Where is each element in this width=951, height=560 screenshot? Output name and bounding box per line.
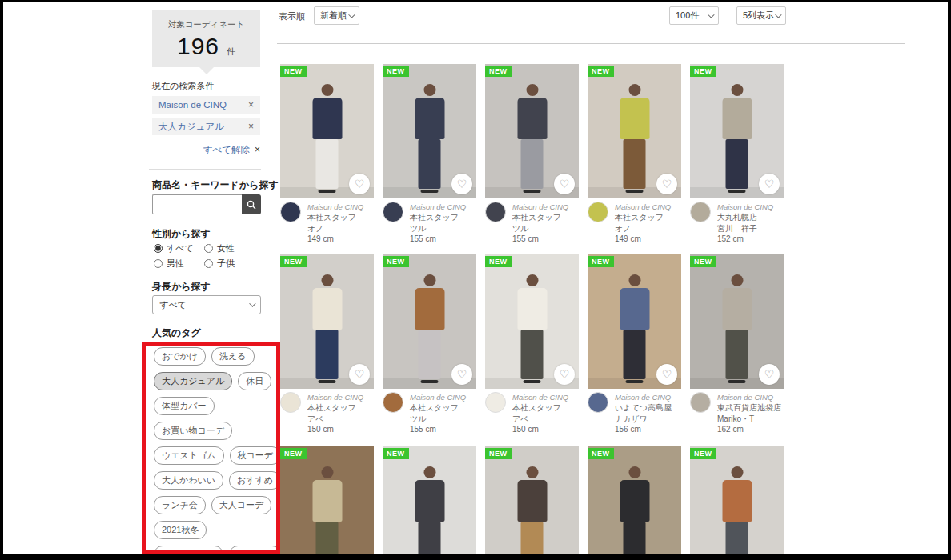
- tag-pill[interactable]: おでかけ: [154, 347, 206, 366]
- remove-filter-icon[interactable]: ×: [248, 99, 254, 110]
- result-box-pointer: [199, 67, 214, 74]
- tag-pill[interactable]: 休日: [238, 372, 271, 390]
- gender-option-男性[interactable]: 男性: [154, 258, 204, 270]
- coordinate-card[interactable]: NEW♡Maison de CINQ大丸札幌店宮川 祥子152 cm: [690, 64, 784, 245]
- model-figure: [312, 466, 342, 560]
- coordinate-card[interactable]: NEW♡Maison de CINQ東武百貨店池袋店Mariko・T162 cm: [690, 254, 784, 435]
- model-figure: [415, 466, 444, 560]
- active-filter-list: Maison de CINQ×大人カジュアル×: [152, 96, 260, 139]
- items-per-page-value: 100件: [676, 10, 699, 22]
- store-name: 本社スタッフ: [512, 212, 568, 223]
- coordinate-photo[interactable]: NEW♡: [383, 446, 476, 560]
- coordinate-photo[interactable]: NEW♡: [280, 254, 374, 389]
- card-caption: Maison de CINQ本社スタッフオノ149 cm: [588, 202, 681, 245]
- coordinate-card[interactable]: NEW♡Maison de CINQ本社スタッフツル155 cm: [383, 64, 476, 245]
- favorite-heart-button[interactable]: ♡: [349, 174, 370, 194]
- coordinate-card[interactable]: NEW♡Maison de CINQ本社スタッフツル155 cm: [485, 64, 579, 245]
- height-select[interactable]: すべて: [152, 295, 261, 314]
- card-caption: Maison de CINQ本社スタッフツル155 cm: [383, 392, 476, 435]
- new-badge: NEW: [280, 256, 307, 267]
- coordinate-photo[interactable]: NEW♡: [280, 446, 374, 560]
- coordinate-card[interactable]: NEW♡Maison de CINQいよてつ高島屋ナカザワ156 cm: [588, 254, 681, 435]
- coordinate-photo[interactable]: NEW♡: [588, 446, 681, 560]
- coordinate-photo[interactable]: NEW♡: [485, 446, 579, 560]
- brand-name: Maison de CINQ: [717, 392, 781, 402]
- coordinate-card[interactable]: NEW♡: [485, 446, 579, 560]
- tag-pill[interactable]: 大人かわいい: [154, 471, 223, 490]
- coordinate-card[interactable]: NEW♡Maison de CINQ本社スタッフオノ149 cm: [280, 64, 374, 245]
- tag-pill[interactable]: ランチ会: [154, 496, 206, 514]
- favorite-heart-button[interactable]: ♡: [656, 364, 677, 385]
- coordinate-card[interactable]: NEW♡Maison de CINQ本社スタッフオノ149 cm: [588, 64, 681, 245]
- coordinate-photo[interactable]: NEW♡: [588, 254, 681, 389]
- tag-pill[interactable]: おすすめ: [229, 471, 281, 490]
- clear-all-button[interactable]: すべて解除×: [152, 144, 260, 156]
- favorite-heart-button[interactable]: ♡: [554, 174, 575, 194]
- tag-pill[interactable]: 洗える: [211, 347, 255, 366]
- favorite-heart-button[interactable]: ♡: [759, 364, 780, 385]
- tag-pill[interactable]: 大人カジュアル: [154, 372, 232, 390]
- coordinate-card[interactable]: NEW♡: [383, 446, 476, 560]
- tag-pill[interactable]: お買い物コーデ: [154, 422, 232, 440]
- tag-pill[interactable]: ウエストゴム: [154, 446, 224, 465]
- coordinate-card[interactable]: NEW♡Maison de CINQ本社スタッフアベ150 cm: [485, 254, 579, 435]
- coordinate-card[interactable]: NEW♡Maison de CINQ本社スタッフツル155 cm: [383, 254, 476, 435]
- coordinate-photo[interactable]: NEW♡: [690, 254, 784, 389]
- new-badge: NEW: [485, 66, 512, 77]
- tag-row: 体型カバー: [154, 397, 279, 415]
- tag-pill[interactable]: 2021秋冬: [154, 521, 207, 539]
- staff-avatar: [280, 392, 301, 413]
- coordinate-photo[interactable]: NEW♡: [383, 254, 476, 389]
- radio-button[interactable]: [154, 259, 163, 268]
- radio-button[interactable]: [204, 259, 213, 268]
- coordinate-photo[interactable]: NEW♡: [485, 64, 579, 198]
- remove-filter-icon[interactable]: ×: [248, 121, 254, 132]
- new-badge: NEW: [690, 256, 716, 267]
- tag-pill[interactable]: 大人コーデ: [211, 496, 272, 514]
- coordinate-photo[interactable]: NEW♡: [588, 64, 681, 198]
- gender-option-すべて[interactable]: すべて: [154, 242, 204, 254]
- search-button[interactable]: [242, 194, 261, 214]
- column-display-select[interactable]: 5列表示: [736, 6, 786, 25]
- coordinate-card[interactable]: NEW♡: [588, 446, 681, 560]
- staff-avatar: [280, 202, 301, 222]
- tag-row: ランチ会大人コーデ: [154, 496, 279, 514]
- staff-avatar: [588, 392, 608, 413]
- coordinate-card[interactable]: NEW♡: [280, 446, 374, 560]
- tag-row: おでかけ洗える: [154, 347, 279, 366]
- favorite-heart-button[interactable]: ♡: [656, 174, 677, 194]
- current-conditions-title: 現在の検索条件: [152, 80, 214, 92]
- favorite-heart-button[interactable]: ♡: [554, 364, 575, 385]
- card-caption: Maison de CINQ本社スタッフツル155 cm: [485, 202, 579, 245]
- items-per-page-select[interactable]: 100件: [669, 6, 719, 25]
- radio-button[interactable]: [154, 244, 163, 253]
- model-figure: [312, 84, 342, 193]
- filter-chip[interactable]: Maison de CINQ×: [152, 96, 260, 114]
- gender-option-女性[interactable]: 女性: [204, 242, 261, 254]
- gender-option-子供[interactable]: 子供: [204, 258, 261, 270]
- staff-avatar: [588, 202, 608, 222]
- filter-chip[interactable]: 大人カジュアル×: [152, 118, 260, 135]
- favorite-heart-button[interactable]: ♡: [759, 174, 780, 194]
- coordinate-photo[interactable]: NEW♡: [280, 64, 374, 198]
- coordinate-photo[interactable]: NEW♡: [485, 254, 579, 389]
- height-select-value: すべて: [159, 299, 187, 311]
- favorite-heart-button[interactable]: ♡: [451, 174, 472, 194]
- tag-pill[interactable]: 秋コーデ: [230, 446, 282, 465]
- keyword-search-title: 商品名・キーワードから探す: [152, 178, 279, 192]
- coordinate-photo[interactable]: NEW♡: [383, 64, 476, 198]
- store-name: いよてつ高島屋: [615, 402, 672, 414]
- tag-pill[interactable]: 体型カバー: [154, 397, 215, 415]
- keyword-search-input[interactable]: [152, 194, 242, 214]
- favorite-heart-button[interactable]: ♡: [349, 364, 370, 385]
- coordinate-photo[interactable]: NEW♡: [690, 64, 784, 198]
- coordinate-card[interactable]: NEW♡: [690, 446, 784, 560]
- favorite-heart-button[interactable]: ♡: [451, 364, 472, 385]
- radio-button[interactable]: [204, 244, 213, 253]
- coordinate-card[interactable]: NEW♡Maison de CINQ本社スタッフアベ150 cm: [280, 254, 374, 435]
- sort-order-select[interactable]: 新着順: [314, 6, 359, 25]
- gender-option-label: すべて: [167, 242, 194, 254]
- frame-border: [0, 0, 3, 560]
- coordinate-photo[interactable]: NEW♡: [690, 446, 784, 560]
- chevron-down-icon: [708, 11, 714, 18]
